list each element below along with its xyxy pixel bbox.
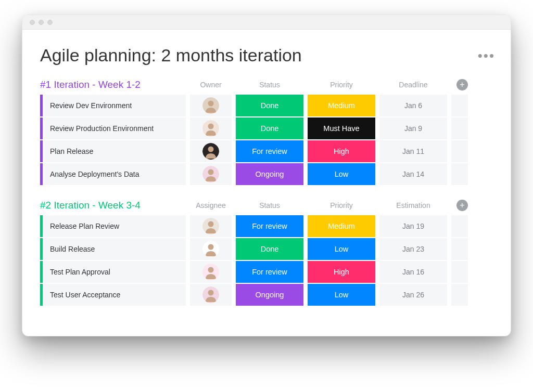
task-name-cell[interactable]: Review Dev Environment xyxy=(40,95,186,116)
row-end-cell xyxy=(451,261,468,283)
task-name-cell[interactable]: Test Plan Approval xyxy=(40,261,186,283)
column-header-priority[interactable]: Priority xyxy=(308,81,375,89)
group-header: #1 Iteration - Week 1-2 Owner Status Pri… xyxy=(40,79,495,90)
status-cell[interactable]: Ongoing xyxy=(236,163,303,185)
add-column-button[interactable]: + xyxy=(456,200,468,211)
priority-cell[interactable]: High xyxy=(308,261,375,283)
table-row[interactable]: Test User Acceptance Ongoing Low Jan 26 xyxy=(40,284,495,306)
table-row[interactable]: Test Plan Approval For review High Jan 1… xyxy=(40,261,495,283)
window-titlebar xyxy=(22,15,511,30)
date-cell[interactable]: Jan 16 xyxy=(379,261,447,283)
row-end-cell xyxy=(451,140,468,162)
priority-cell[interactable]: High xyxy=(308,140,375,162)
status-cell[interactable]: Ongoing xyxy=(236,284,303,306)
table-row[interactable]: Release Plan Review For review Medium Ja… xyxy=(40,215,495,237)
task-name-cell[interactable]: Test User Acceptance xyxy=(40,284,186,306)
table-row[interactable]: Analyse Deployment's Data Ongoing Low Ja… xyxy=(40,163,495,185)
avatar[interactable] xyxy=(202,120,219,137)
date-cell[interactable]: Jan 6 xyxy=(379,95,447,116)
date-cell[interactable]: Jan 19 xyxy=(379,215,447,237)
svg-point-13 xyxy=(208,267,214,273)
column-header-date[interactable]: Deadline xyxy=(379,81,447,89)
date-cell[interactable]: Jan 14 xyxy=(379,163,447,185)
board-content: Agile planning: 2 months iteration ••• #… xyxy=(22,30,511,336)
group-title[interactable]: #1 Iteration - Week 1-2 xyxy=(40,79,186,90)
row-end-cell xyxy=(451,163,468,185)
date-cell[interactable]: Jan 26 xyxy=(379,284,447,306)
task-name-cell[interactable]: Build Release xyxy=(40,238,186,260)
status-cell[interactable]: For review xyxy=(236,140,303,162)
window-control-close[interactable] xyxy=(30,20,35,25)
priority-cell[interactable]: Low xyxy=(308,284,375,306)
column-header-status[interactable]: Status xyxy=(236,201,303,210)
svg-point-15 xyxy=(208,290,214,296)
row-end-cell xyxy=(451,117,468,139)
board-title: Agile planning: 2 months iteration xyxy=(40,45,302,66)
owner-cell[interactable] xyxy=(190,284,232,306)
svg-point-7 xyxy=(208,169,214,175)
date-cell[interactable]: Jan 9 xyxy=(379,117,447,139)
column-header-owner[interactable]: Owner xyxy=(190,81,232,89)
table-row[interactable]: Plan Release For review High Jan 11 xyxy=(40,140,495,162)
table-row[interactable]: Review Dev Environment Done Medium Jan 6 xyxy=(40,95,495,116)
svg-point-1 xyxy=(208,101,214,107)
avatar[interactable] xyxy=(202,264,219,280)
board-header: Agile planning: 2 months iteration ••• xyxy=(40,45,495,66)
status-cell[interactable]: For review xyxy=(236,261,303,283)
owner-cell[interactable] xyxy=(190,117,232,139)
table-row[interactable]: Review Production Environment Done Must … xyxy=(40,117,495,139)
column-header-owner[interactable]: Assignee xyxy=(190,201,232,210)
priority-cell[interactable]: Medium xyxy=(308,95,375,116)
owner-cell[interactable] xyxy=(190,261,232,283)
owner-cell[interactable] xyxy=(190,140,232,162)
owner-cell[interactable] xyxy=(190,238,232,260)
window-control-zoom[interactable] xyxy=(47,20,53,25)
table-row[interactable]: Build Release Done Low Jan 23 xyxy=(40,238,495,260)
svg-point-5 xyxy=(208,147,214,152)
avatar[interactable] xyxy=(202,97,219,114)
group-header: #2 Iteration - Week 3-4 Assignee Status … xyxy=(40,200,495,211)
task-name-cell[interactable]: Analyse Deployment's Data xyxy=(40,163,186,185)
avatar[interactable] xyxy=(202,218,219,234)
status-cell[interactable]: Done xyxy=(236,238,303,260)
group-title[interactable]: #2 Iteration - Week 3-4 xyxy=(40,200,186,211)
column-header-date[interactable]: Estimation xyxy=(379,201,447,210)
owner-cell[interactable] xyxy=(190,95,232,116)
group-rows: Review Dev Environment Done Medium Jan 6… xyxy=(40,95,495,185)
avatar[interactable] xyxy=(202,286,219,303)
row-end-cell xyxy=(451,95,468,116)
task-name-cell[interactable]: Plan Release xyxy=(40,140,186,162)
svg-point-9 xyxy=(208,221,214,227)
status-cell[interactable]: Done xyxy=(236,117,303,139)
column-header-status[interactable]: Status xyxy=(236,81,303,89)
priority-cell[interactable]: Low xyxy=(308,238,375,260)
window-control-minimize[interactable] xyxy=(39,20,44,25)
task-name-cell[interactable]: Release Plan Review xyxy=(40,215,186,237)
group-rows: Release Plan Review For review Medium Ja… xyxy=(40,215,495,306)
owner-cell[interactable] xyxy=(190,163,232,185)
svg-point-11 xyxy=(208,244,214,250)
add-column-button[interactable]: + xyxy=(456,79,468,90)
status-cell[interactable]: Done xyxy=(236,95,303,116)
board-more-icon[interactable]: ••• xyxy=(478,49,495,62)
date-cell[interactable]: Jan 23 xyxy=(379,238,447,260)
app-window: Agile planning: 2 months iteration ••• #… xyxy=(22,15,511,336)
priority-cell[interactable]: Medium xyxy=(308,215,375,237)
avatar[interactable] xyxy=(202,143,219,160)
avatar[interactable] xyxy=(202,241,219,257)
row-end-cell xyxy=(451,238,468,260)
date-cell[interactable]: Jan 11 xyxy=(379,140,447,162)
svg-point-3 xyxy=(208,124,214,129)
task-name-cell[interactable]: Review Production Environment xyxy=(40,117,186,139)
status-cell[interactable]: For review xyxy=(236,215,303,237)
priority-cell[interactable]: Low xyxy=(308,163,375,185)
avatar[interactable] xyxy=(202,166,219,182)
owner-cell[interactable] xyxy=(190,215,232,237)
row-end-cell xyxy=(451,215,468,237)
priority-cell[interactable]: Must Have xyxy=(308,117,375,139)
row-end-cell xyxy=(451,284,468,306)
column-header-priority[interactable]: Priority xyxy=(308,201,375,210)
